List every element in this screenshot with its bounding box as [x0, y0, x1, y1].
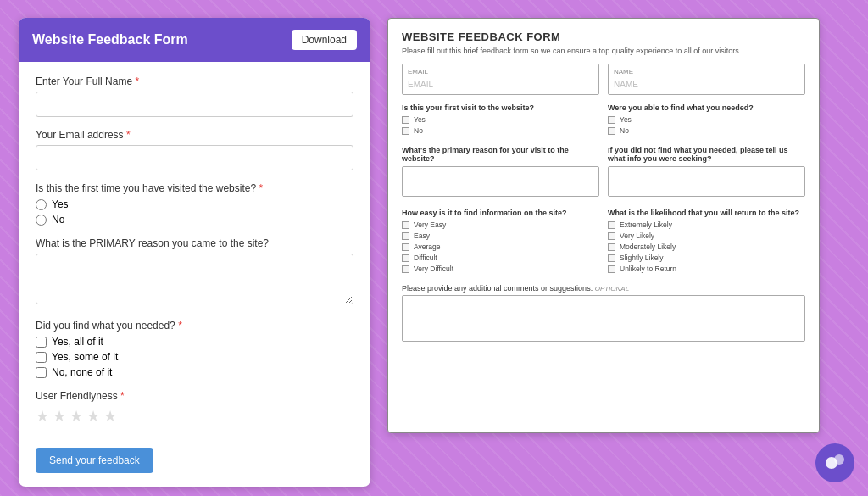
- right-primary-reason-textarea[interactable]: [402, 166, 599, 197]
- submit-button[interactable]: Send your feedback: [36, 448, 153, 473]
- right-name-val: NAME: [614, 80, 638, 89]
- right-likelihood-option[interactable]: Very Likely: [608, 231, 805, 240]
- first-visit-no[interactable]: No: [36, 214, 353, 226]
- star-5[interactable]: ★: [103, 407, 117, 426]
- right-ease-option[interactable]: Difficult: [402, 254, 599, 262]
- left-card-title: Website Feedback Form: [32, 32, 188, 47]
- right-first-visit-no[interactable]: No: [402, 126, 599, 135]
- first-visit-label: Is this the first time you have visited …: [36, 182, 353, 194]
- right-find-needed-q: Were you able to find what you needed?: [608, 103, 805, 112]
- find-none[interactable]: No, none of it: [36, 366, 353, 378]
- email-group: Your Email address *: [36, 129, 353, 170]
- right-ease-q: How easy is it to find information on th…: [402, 209, 599, 217]
- logo-circle: [815, 443, 854, 482]
- right-email-label: EMAIL: [408, 68, 593, 75]
- find-some[interactable]: Yes, some of it: [36, 351, 353, 363]
- left-card-header: Website Feedback Form Download: [19, 18, 370, 62]
- right-primary-reason-q: What's the primary reason for your visit…: [402, 146, 599, 163]
- right-primary-reason-col: What's the primary reason for your visit…: [402, 146, 599, 200]
- primary-reason-group: What is the PRIMARY reason you came to t…: [36, 237, 353, 308]
- find-needed-label: Did you find what you needed? *: [36, 320, 353, 332]
- logo-icon: [823, 451, 847, 475]
- star-4[interactable]: ★: [86, 407, 100, 426]
- right-name-label: NAME: [614, 68, 799, 75]
- right-first-visit-yes[interactable]: Yes: [402, 115, 599, 124]
- right-ease-option[interactable]: Average: [402, 242, 599, 251]
- star-1[interactable]: ★: [36, 407, 49, 426]
- right-find-needed-col: Were you able to find what you needed? Y…: [608, 103, 805, 137]
- right-ease-option[interactable]: Very Easy: [402, 220, 599, 229]
- right-likelihood-col: What is the likelihood that you will ret…: [608, 209, 805, 276]
- right-likelihood-option[interactable]: Unlikely to Return: [608, 265, 805, 273]
- right-info-seeking-col: If you did not find what you needed, ple…: [608, 146, 805, 200]
- right-ease-option[interactable]: Very Difficult: [402, 265, 599, 273]
- primary-reason-label: What is the PRIMARY reason you came to t…: [36, 237, 353, 249]
- right-find-no[interactable]: No: [608, 126, 805, 135]
- friendliness-group: User Friendlyness * ★ ★ ★ ★ ★: [36, 390, 353, 426]
- right-likelihood-option[interactable]: Extremely Likely: [608, 220, 805, 229]
- right-ease-col: How easy is it to find information on th…: [402, 209, 599, 276]
- right-likelihood-q: What is the likelihood that you will ret…: [608, 209, 805, 217]
- right-email-input-group: EMAIL EMAIL: [402, 64, 599, 95]
- email-input[interactable]: [36, 145, 353, 170]
- find-needed-group: Did you find what you needed? * Yes, all…: [36, 320, 353, 378]
- right-info-seeking-q: If you did not find what you needed, ple…: [608, 146, 805, 163]
- first-visit-group: Is this the first time you have visited …: [36, 182, 353, 226]
- download-button[interactable]: Download: [292, 30, 357, 50]
- right-ease-option[interactable]: Easy: [402, 231, 599, 240]
- right-name-input-group: NAME NAME: [608, 64, 805, 95]
- right-info-seeking-textarea[interactable]: [608, 166, 805, 197]
- right-first-visit-q: Is this your first visit to the website?: [402, 103, 599, 112]
- star-3[interactable]: ★: [70, 407, 83, 426]
- right-find-yes[interactable]: Yes: [608, 115, 805, 124]
- right-card-title: WEBSITE FEEDBACK FORM: [402, 31, 805, 43]
- right-comments-section: Please provide any additional comments o…: [402, 284, 805, 345]
- right-likelihood-option[interactable]: Slightly Likely: [608, 254, 805, 262]
- right-likelihood-option[interactable]: Moderately Likely: [608, 242, 805, 251]
- full-name-group: Enter Your Full Name *: [36, 75, 353, 117]
- right-feedback-card: WEBSITE FEEDBACK FORM Please fill out th…: [387, 18, 820, 433]
- right-first-visit-col: Is this your first visit to the website?…: [402, 103, 599, 137]
- right-comments-label: Please provide any additional comments o…: [402, 284, 805, 293]
- email-label: Your Email address *: [36, 129, 353, 141]
- right-comments-textarea[interactable]: [402, 295, 805, 342]
- first-visit-yes[interactable]: Yes: [36, 198, 353, 210]
- star-2[interactable]: ★: [53, 407, 66, 426]
- svg-point-1: [834, 454, 844, 465]
- right-email-val: EMAIL: [408, 80, 433, 89]
- full-name-label: Enter Your Full Name *: [36, 75, 353, 87]
- friendliness-label: User Friendlyness *: [36, 390, 353, 402]
- find-yes-all[interactable]: Yes, all of it: [36, 336, 353, 348]
- left-feedback-card: Website Feedback Form Download Enter You…: [19, 18, 370, 487]
- full-name-input[interactable]: [36, 92, 353, 117]
- primary-reason-textarea[interactable]: [36, 254, 353, 304]
- right-card-subtitle: Please fill out this brief feedback form…: [402, 47, 805, 55]
